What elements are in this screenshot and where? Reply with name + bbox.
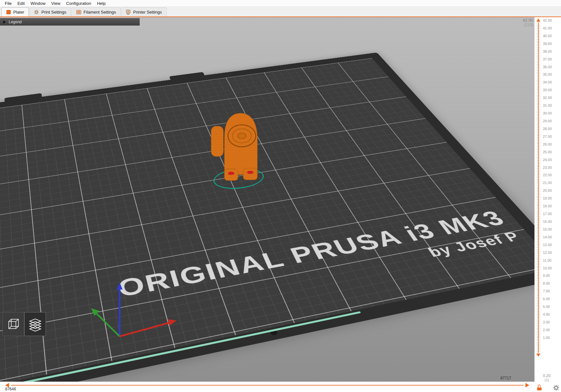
layer-tick-label: 11.00: [543, 259, 560, 262]
tab-label: Plater: [13, 10, 24, 15]
view-mode-toggle: [3, 312, 46, 336]
menu-item[interactable]: Help: [94, 0, 109, 7]
layer-tick-label: 36.00: [543, 65, 560, 69]
tab-filament-settings[interactable]: Filament Settings: [71, 7, 120, 16]
view-3d-button[interactable]: [3, 312, 24, 336]
layer-tick-label: 17.00: [543, 212, 560, 216]
filament-icon: [76, 10, 81, 15]
bed-mount-tab: [5, 93, 42, 102]
layer-tick-label: 8.00: [543, 282, 560, 285]
tab-label: Filament Settings: [83, 10, 116, 15]
layer-tick-label: 34.00: [543, 81, 560, 84]
slicer-window: File Edit Window View Configuration Help…: [0, 0, 561, 392]
menu-bar: File Edit Window View Configuration Help: [0, 0, 561, 7]
slider-controls: [534, 384, 561, 391]
layer-tick-label: 31.00: [543, 104, 560, 107]
chevron-right-icon: [3, 20, 6, 24]
menu-item[interactable]: File: [2, 0, 15, 7]
bed-mount-tab: [169, 72, 205, 81]
layer-tick-label: 41.00: [543, 27, 560, 30]
move-slider-max-label: 87717: [501, 376, 511, 380]
z-axis-arrow: [117, 282, 123, 289]
layer-tick-label: 9.00: [543, 274, 560, 278]
layer-tick-label: 35.00: [543, 73, 560, 76]
layer-tick-label: 32.00: [543, 96, 560, 100]
tab-printer-settings[interactable]: Printer Settings: [121, 7, 167, 16]
viewport-3d[interactable]: Legend ORIGINAL PRUSA i3 MK3 by Josef P: [0, 17, 534, 382]
tab-bar: Plater Print Settings Filament Settings …: [0, 7, 561, 17]
layer-tick-label: 10.00: [543, 267, 560, 270]
layer-tick-label: 3.00: [543, 321, 560, 324]
menu-item[interactable]: Window: [27, 0, 48, 7]
layer-tick-label: 33.00: [543, 88, 560, 92]
gear-icon: [34, 10, 39, 15]
tab-label: Printer Settings: [133, 10, 162, 15]
layer-tick-label: 21.00: [543, 181, 560, 185]
layer-tick-label: 22.00: [543, 173, 560, 177]
layer-slider-up-arrow[interactable]: [536, 18, 540, 22]
tab-label: Print Settings: [41, 10, 66, 15]
legend-expander[interactable]: Legend: [0, 18, 140, 26]
view-layers-button[interactable]: [24, 312, 46, 336]
top-layer-number: (210): [523, 23, 533, 27]
legend-label: Legend: [9, 20, 22, 24]
layer-tick-labels: 42.00 41.00 40.00 39.00 38.00 37.00 36.0…: [543, 19, 560, 340]
layer-tick-label: 30.00: [543, 112, 560, 115]
layer-tick-label: 40.00: [543, 34, 560, 38]
axes-gizmo: [83, 280, 180, 341]
layer-tick-label: 7.00: [543, 289, 560, 293]
layer-slider-panel: 42.00 41.00 40.00 39.00 38.00 37.00 36.0…: [534, 17, 561, 392]
layer-slider-bottom-value: 0.20 (1): [534, 374, 559, 382]
menu-item[interactable]: View: [49, 0, 63, 7]
layer-tick-label: 25.00: [543, 150, 560, 154]
layer-tick-label: 19.00: [543, 197, 560, 200]
bottom-layer-height: 0.20: [534, 374, 559, 378]
layer-slider-range: [538, 22, 539, 353]
layer-tick-label: 39.00: [543, 42, 560, 46]
layer-tick-label: 27.00: [543, 135, 560, 138]
layer-slider-down-arrow[interactable]: [536, 354, 540, 357]
layers-icon: [28, 317, 43, 332]
layer-tick-label: 14.00: [543, 235, 560, 239]
layer-tick-label: 23.00: [543, 166, 560, 169]
layer-tick-label: 15.00: [543, 228, 560, 231]
layer-slider-track[interactable]: [536, 22, 540, 353]
layer-tick-label: 42.00: [543, 19, 560, 22]
layer-tick-label: 4.00: [543, 313, 560, 316]
layer-tick-label: 37.00: [543, 58, 560, 61]
bottom-layer-number: (1): [534, 378, 559, 382]
cube-icon: [6, 317, 21, 331]
top-layer-height: 42.00: [523, 18, 533, 23]
move-slider-right-arrow[interactable]: [525, 383, 529, 387]
printer-icon: [126, 10, 131, 15]
layer-tick-label: 24.00: [543, 158, 560, 162]
layer-tick-label: 6.00: [543, 297, 560, 301]
menu-item[interactable]: Edit: [15, 0, 27, 7]
layer-tick-label: 20.00: [543, 189, 560, 192]
layer-tick-label: 26.00: [543, 143, 560, 146]
layer-tick-label: 1.00: [543, 336, 560, 340]
lock-icon[interactable]: [537, 385, 542, 390]
print-bed: ORIGINAL PRUSA i3 MK3 by Josef P: [0, 52, 534, 382]
layer-tick-label: 12.00: [543, 251, 560, 255]
layer-tick-label: 16.00: [543, 220, 560, 223]
menu-item[interactable]: Configuration: [63, 0, 94, 7]
layer-tick-label: 2.00: [543, 328, 560, 332]
gear-icon[interactable]: [553, 385, 559, 391]
move-slider-track[interactable]: [11, 385, 523, 386]
x-axis-arrow: [168, 319, 177, 326]
tab-plater[interactable]: Plater: [1, 7, 29, 16]
model-object[interactable]: [210, 107, 263, 183]
move-slider-panel: 87717 87646: [0, 382, 534, 392]
layer-tick-label: 28.00: [543, 127, 560, 131]
layer-tick-label: 18.00: [543, 204, 560, 208]
tab-print-settings[interactable]: Print Settings: [29, 7, 71, 16]
bed-frame: ORIGINAL PRUSA i3 MK3 by Josef P: [0, 52, 534, 382]
layer-tick-label: 13.00: [543, 243, 560, 247]
move-slider-min-label: 87646: [5, 387, 16, 391]
plater-icon: [6, 10, 11, 15]
layer-slider-top-value: 42.00 (210): [523, 18, 533, 27]
layer-tick-label: 29.00: [543, 119, 560, 123]
layer-tick-label: 5.00: [543, 305, 560, 309]
layer-tick-label: 38.00: [543, 50, 560, 53]
